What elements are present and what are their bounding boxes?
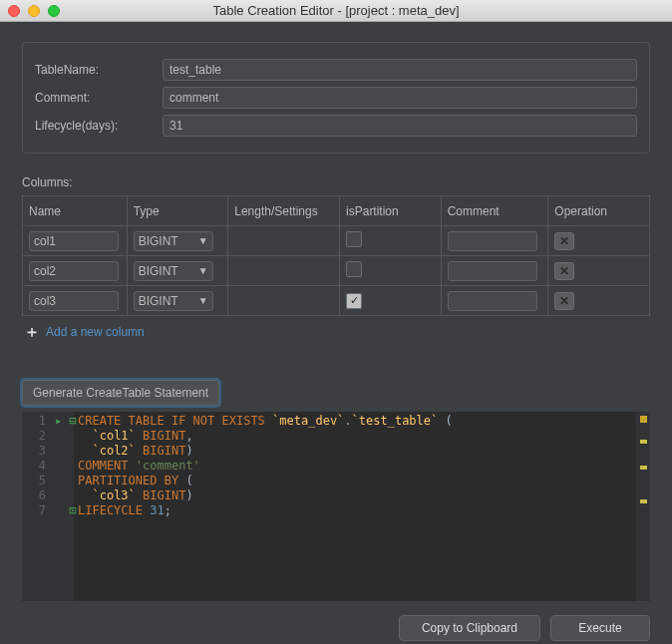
column-comment-input[interactable]	[448, 261, 537, 281]
change-mark-icon	[640, 499, 647, 503]
sql-code-area[interactable]: CREATE TABLE IF NOT EXISTS `meta_dev`.`t…	[74, 412, 636, 601]
minimize-window-button[interactable]	[28, 5, 40, 17]
fold-gutter: ▸ ⊟ ⊡	[52, 412, 74, 601]
warning-mark-icon	[640, 416, 647, 423]
close-window-button[interactable]	[8, 5, 20, 17]
window-title: Table Creation Editor - [project : meta_…	[212, 3, 459, 18]
line-number-gutter: 1234567	[22, 412, 52, 601]
table-row: BIGINT▼ ✕	[23, 256, 650, 286]
generate-statement-button[interactable]: Generate CreateTable Statement	[22, 380, 219, 406]
col-header-length: Length/Settings	[228, 196, 340, 226]
lifecycle-input[interactable]	[163, 115, 637, 137]
column-type-select[interactable]: BIGINT▼	[134, 291, 213, 311]
col-header-comment: Comment	[441, 196, 548, 226]
sql-editor[interactable]: 1234567 ▸ ⊟ ⊡ CREATE TABLE IF NOT EXISTS…	[22, 412, 650, 601]
chevron-down-icon: ▼	[198, 295, 208, 306]
col-header-operation: Operation	[548, 196, 650, 226]
col-header-type: Type	[127, 196, 228, 226]
delete-column-button[interactable]: ✕	[554, 262, 574, 280]
add-column-link[interactable]: Add a new column	[46, 325, 145, 339]
comment-label: Comment:	[35, 91, 163, 105]
table-properties-frame: TableName: Comment: Lifecycle(days):	[22, 42, 650, 154]
table-row: BIGINT▼ ✓ ✕	[23, 286, 650, 316]
table-row: BIGINT▼ ✕	[23, 226, 650, 256]
editor-marks-gutter	[636, 412, 650, 601]
delete-column-button[interactable]: ✕	[554, 292, 574, 310]
chevron-down-icon: ▼	[198, 265, 208, 276]
column-type-select[interactable]: BIGINT▼	[134, 261, 213, 281]
column-type-value: BIGINT	[139, 264, 178, 278]
column-name-input[interactable]	[29, 291, 119, 311]
columns-section-label: Columns:	[22, 175, 650, 189]
column-name-input[interactable]	[29, 231, 119, 251]
titlebar: Table Creation Editor - [project : meta_…	[0, 0, 672, 22]
table-name-label: TableName:	[35, 63, 163, 77]
plus-icon: ＋	[24, 324, 40, 340]
execute-button[interactable]: Execute	[550, 615, 650, 641]
change-mark-icon	[640, 466, 647, 470]
column-type-value: BIGINT	[139, 234, 178, 248]
table-name-input[interactable]	[163, 59, 637, 81]
column-name-input[interactable]	[29, 261, 119, 281]
columns-table: Name Type Length/Settings isPartition Co…	[22, 195, 650, 316]
partition-checkbox[interactable]	[346, 231, 362, 247]
column-comment-input[interactable]	[448, 291, 537, 311]
splitter-handle[interactable]: ·····	[22, 370, 650, 376]
comment-input[interactable]	[163, 87, 637, 109]
lifecycle-label: Lifecycle(days):	[35, 119, 163, 133]
partition-checkbox[interactable]: ✓	[346, 293, 362, 309]
delete-column-button[interactable]: ✕	[554, 232, 574, 250]
change-mark-icon	[640, 440, 647, 444]
col-header-name: Name	[23, 196, 128, 226]
column-comment-input[interactable]	[448, 231, 537, 251]
column-type-select[interactable]: BIGINT▼	[134, 231, 213, 251]
partition-checkbox[interactable]	[346, 261, 362, 277]
copy-to-clipboard-button[interactable]: Copy to Clipboard	[399, 615, 540, 641]
col-header-partition: isPartition	[340, 196, 442, 226]
zoom-window-button[interactable]	[48, 5, 60, 17]
chevron-down-icon: ▼	[198, 235, 208, 246]
column-type-value: BIGINT	[139, 294, 178, 308]
